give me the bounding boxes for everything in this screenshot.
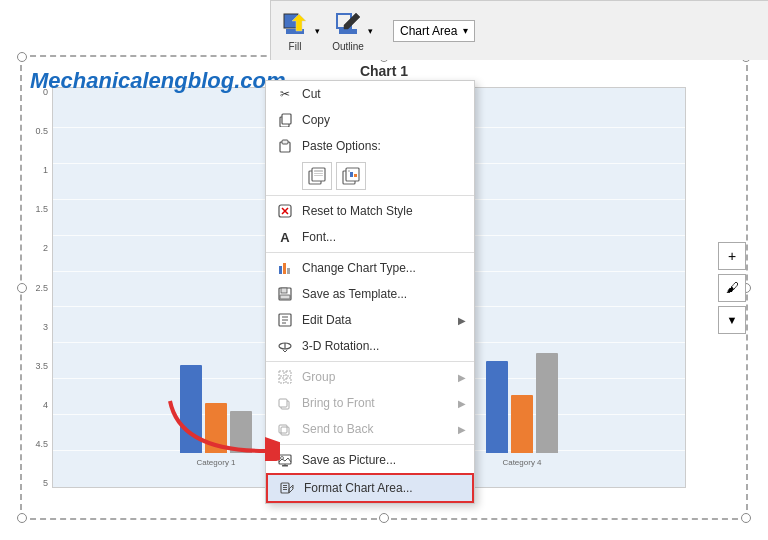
context-menu: ✂ Cut Copy Paste Options: <box>265 80 475 504</box>
bar-cat4-blue[interactable] <box>486 361 508 453</box>
watermark: Mechanicalengblog.com <box>30 68 286 94</box>
y-label-4-5: 4.5 <box>35 439 48 449</box>
save-picture-label: Save as Picture... <box>302 453 396 467</box>
fill-button[interactable]: Fill <box>279 9 311 52</box>
menu-item-copy[interactable]: Copy <box>266 107 474 133</box>
y-axis: 5 4.5 4 3.5 3 2.5 2 1.5 1 0.5 0 <box>22 87 52 488</box>
svg-rect-6 <box>282 114 291 124</box>
outline-icon <box>332 9 364 41</box>
svg-rect-25 <box>280 295 290 299</box>
svg-rect-16 <box>350 172 353 177</box>
sidebar-buttons: + 🖌 ▼ <box>718 242 746 334</box>
bring-front-arrow: ▶ <box>458 398 466 409</box>
svg-rect-46 <box>283 489 287 490</box>
y-label-4: 4 <box>43 400 48 410</box>
menu-item-change-chart[interactable]: Change Chart Type... <box>266 255 474 281</box>
save-template-icon <box>276 286 294 302</box>
edit-data-label: Edit Data <box>302 313 351 327</box>
chart-area-dropdown[interactable]: Chart Area ▾ <box>393 20 475 42</box>
menu-item-save-template[interactable]: Save as Template... <box>266 281 474 307</box>
y-label-5: 5 <box>43 478 48 488</box>
y-label-1: 1 <box>43 165 48 175</box>
separator-2 <box>266 252 474 253</box>
menu-item-group[interactable]: Group ▶ <box>266 364 474 390</box>
add-element-button[interactable]: + <box>718 242 746 270</box>
y-label-3-5: 3.5 <box>35 361 48 371</box>
red-arrow <box>160 391 280 465</box>
separator-3 <box>266 361 474 362</box>
paste-icon-2[interactable] <box>336 162 366 190</box>
change-chart-label: Change Chart Type... <box>302 261 416 275</box>
chart-area-dropdown-arrow: ▾ <box>463 25 468 36</box>
reset-icon <box>276 203 294 219</box>
svg-rect-22 <box>287 268 290 274</box>
style-button[interactable]: 🖌 <box>718 274 746 302</box>
svg-rect-4 <box>339 29 357 34</box>
paste-icon-1[interactable] <box>302 162 332 190</box>
group-label: Group <box>302 370 335 384</box>
menu-item-bring-front[interactable]: Bring to Front ▶ <box>266 390 474 416</box>
bar-group-cat4: Category 4 <box>486 353 558 467</box>
copy-icon <box>276 112 294 128</box>
svg-rect-31 <box>279 371 284 376</box>
separator-4 <box>266 444 474 445</box>
menu-item-cut[interactable]: ✂ Cut <box>266 81 474 107</box>
svg-rect-18 <box>348 170 350 172</box>
3d-rotation-label: 3-D Rotation... <box>302 339 379 353</box>
plus-icon: + <box>728 248 736 264</box>
fill-label: Fill <box>289 41 302 52</box>
menu-item-paste-options: Paste Options: <box>266 133 474 159</box>
menu-item-save-picture[interactable]: Save as Picture... <box>266 447 474 473</box>
cut-icon: ✂ <box>276 86 294 102</box>
reset-label: Reset to Match Style <box>302 204 413 218</box>
svg-rect-20 <box>279 266 282 274</box>
handle-br[interactable] <box>741 513 751 523</box>
change-chart-icon <box>276 260 294 276</box>
fill-dropdown-arrow[interactable]: ▾ <box>315 26 320 36</box>
svg-rect-21 <box>283 263 286 274</box>
svg-rect-12 <box>314 173 323 174</box>
handle-bm[interactable] <box>379 513 389 523</box>
paste-options-icon <box>276 138 294 154</box>
bar-label-cat4: Category 4 <box>502 458 541 467</box>
brush-icon: 🖌 <box>726 280 739 295</box>
y-label-2: 2 <box>43 243 48 253</box>
copy-label: Copy <box>302 113 330 127</box>
menu-item-font[interactable]: A Font... <box>266 224 474 250</box>
outline-dropdown-arrow[interactable]: ▾ <box>368 26 373 36</box>
handle-tl[interactable] <box>17 52 27 62</box>
fill-icon <box>279 9 311 41</box>
menu-item-reset[interactable]: Reset to Match Style <box>266 198 474 224</box>
svg-rect-37 <box>279 425 287 433</box>
font-icon: A <box>276 229 294 245</box>
menu-item-edit-data[interactable]: Edit Data ▶ <box>266 307 474 333</box>
format-chart-label: Format Chart Area... <box>304 481 413 495</box>
menu-item-send-back[interactable]: Send to Back ▶ <box>266 416 474 442</box>
svg-rect-34 <box>286 378 291 383</box>
paste-sub-icons <box>266 159 474 193</box>
send-back-label: Send to Back <box>302 422 373 436</box>
font-label: Font... <box>302 230 336 244</box>
bar-group-bars-cat4 <box>486 353 558 453</box>
svg-rect-45 <box>283 487 287 488</box>
menu-item-3d-rotation[interactable]: 3-D Rotation... <box>266 333 474 359</box>
y-label-1-5: 1.5 <box>35 204 48 214</box>
y-label-2-5: 2.5 <box>35 283 48 293</box>
3d-rotation-icon <box>276 338 294 354</box>
bar-cat4-gray[interactable] <box>536 353 558 453</box>
filter-button[interactable]: ▼ <box>718 306 746 334</box>
svg-rect-36 <box>279 399 287 407</box>
bar-cat4-orange[interactable] <box>511 395 533 453</box>
svg-rect-44 <box>283 485 287 486</box>
menu-item-format-chart[interactable]: Format Chart Area... <box>266 473 474 503</box>
paste-options-label: Paste Options: <box>302 139 381 153</box>
svg-rect-8 <box>282 140 288 144</box>
cut-label: Cut <box>302 87 321 101</box>
outline-button[interactable]: Outline <box>332 9 364 52</box>
handle-bl[interactable] <box>17 513 27 523</box>
separator-1 <box>266 195 474 196</box>
outline-label: Outline <box>332 41 364 52</box>
chart-area-label: Chart Area <box>400 24 457 38</box>
svg-rect-24 <box>281 288 287 293</box>
edit-data-icon <box>276 312 294 328</box>
